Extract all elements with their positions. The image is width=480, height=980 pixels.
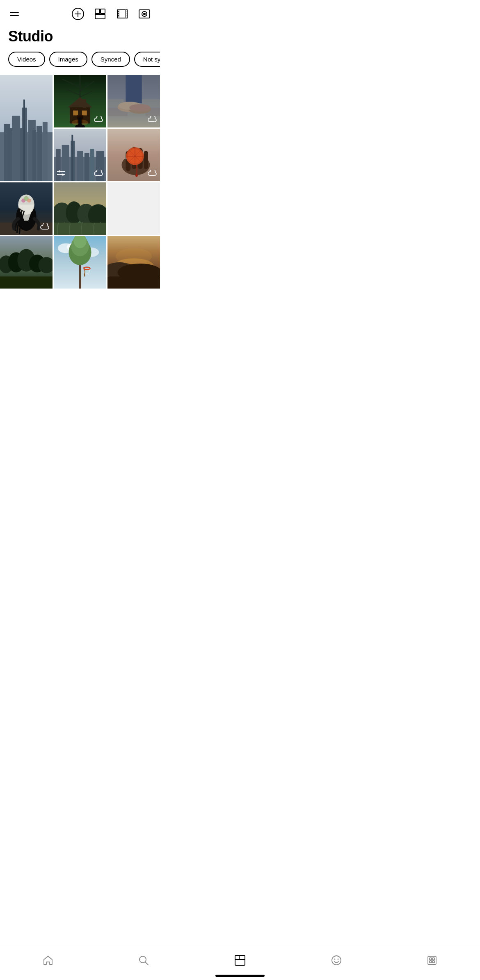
photo-sunset[interactable] <box>107 236 160 289</box>
photo-grid <box>0 75 160 321</box>
svg-rect-47 <box>78 117 82 127</box>
cloud-icon-orange <box>148 170 157 178</box>
svg-point-20 <box>143 13 146 15</box>
photo-orange[interactable] <box>107 129 160 181</box>
photo-nyc2[interactable] <box>54 129 106 181</box>
svg-rect-31 <box>20 128 23 182</box>
cloud-icon-shoes <box>148 116 157 124</box>
svg-rect-3 <box>95 9 100 14</box>
svg-rect-101 <box>54 223 106 235</box>
svg-rect-32 <box>32 130 36 181</box>
svg-rect-29 <box>43 122 48 181</box>
header-actions <box>71 7 152 21</box>
photo-empty3[interactable] <box>107 182 160 235</box>
svg-point-59 <box>129 104 150 111</box>
filter-videos[interactable]: Videos <box>8 52 45 67</box>
svg-rect-65 <box>71 135 73 181</box>
svg-point-71 <box>59 171 61 173</box>
page-title: Studio <box>0 25 160 52</box>
svg-rect-66 <box>77 151 83 181</box>
svg-rect-26 <box>23 100 25 181</box>
photo-tree[interactable] <box>54 236 106 289</box>
header <box>0 0 160 25</box>
svg-point-124 <box>116 248 152 264</box>
layout-button[interactable] <box>93 7 107 21</box>
photo-shoes[interactable] <box>107 75 160 127</box>
filter-synced[interactable]: Synced <box>91 52 130 67</box>
photo-landscape[interactable] <box>54 182 106 235</box>
svg-rect-30 <box>8 128 12 182</box>
cloud-icon-nyc2 <box>94 170 103 178</box>
camera-button[interactable] <box>137 7 152 21</box>
svg-point-73 <box>62 174 64 176</box>
svg-rect-55 <box>126 75 142 103</box>
photo-figure[interactable] <box>0 182 53 235</box>
svg-rect-24 <box>12 116 20 181</box>
filter-not-synced[interactable]: Not synced <box>134 52 160 67</box>
svg-point-94 <box>27 198 31 202</box>
filter-images[interactable]: Images <box>49 52 87 67</box>
cloud-icon-figure <box>40 223 49 232</box>
svg-rect-28 <box>37 126 42 181</box>
svg-rect-79 <box>144 151 148 169</box>
filmstrip-button[interactable] <box>115 7 130 21</box>
svg-rect-68 <box>90 149 94 181</box>
photo-nyc[interactable] <box>0 75 53 181</box>
svg-rect-123 <box>107 276 160 289</box>
svg-rect-4 <box>101 9 105 14</box>
svg-point-87 <box>135 174 138 177</box>
svg-rect-41 <box>83 99 86 108</box>
add-button[interactable] <box>71 7 85 21</box>
photo-landscape2[interactable] <box>0 236 53 289</box>
svg-rect-67 <box>85 153 89 181</box>
filter-tabs: Videos Images Synced Not synced <box>0 52 160 75</box>
svg-rect-43 <box>82 111 87 116</box>
svg-rect-108 <box>0 276 53 289</box>
sliders-icon-nyc2 <box>57 170 65 178</box>
svg-rect-5 <box>95 14 105 19</box>
svg-rect-42 <box>73 111 78 116</box>
menu-button[interactable] <box>8 11 21 18</box>
photo-house[interactable] <box>54 75 106 127</box>
cloud-icon-house <box>94 116 103 124</box>
